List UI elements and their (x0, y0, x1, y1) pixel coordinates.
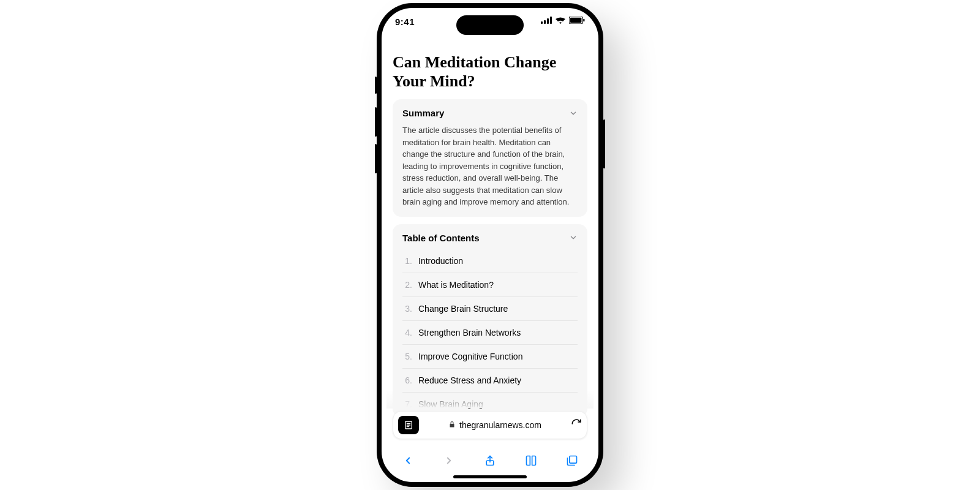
svg-rect-1 (570, 18, 581, 23)
toc-item-number: 4. (402, 328, 412, 337)
toc-item-label: What is Meditation? (418, 280, 494, 290)
safari-toolbar (382, 445, 598, 476)
toc-item-label: Improve Cognitive Function (418, 352, 522, 361)
reader-mode-button[interactable] (398, 416, 419, 434)
wifi-icon (556, 17, 565, 24)
toc-item-number: 6. (402, 375, 412, 385)
toc-item[interactable]: 6.Reduce Stress and Anxiety (402, 368, 578, 392)
chevron-down-icon (569, 233, 578, 242)
reload-button[interactable] (571, 418, 582, 432)
toc-card: Table of Contents 1.Introduction2.What i… (393, 224, 587, 417)
summary-label: Summary (402, 108, 444, 118)
article-title: Can Meditation Change Your Mind? (393, 53, 587, 91)
status-time: 9:41 (395, 17, 415, 27)
toc-item-label: Introduction (418, 256, 463, 266)
dynamic-island (456, 15, 524, 35)
toc-item-number: 2. (402, 280, 412, 290)
toc-item-label: Slow Brain Aging (418, 399, 483, 409)
toc-item-label: Reduce Stress and Anxiety (418, 375, 521, 385)
address-bar[interactable]: thegranularnews.com (393, 411, 587, 439)
mute-switch (375, 77, 377, 94)
toc-item-number: 7. (402, 399, 412, 409)
url-text: thegranularnews.com (459, 420, 541, 430)
screen: 9:41 Can Meditation Change Your Mind? (382, 8, 598, 482)
toc-list: 1.Introduction2.What is Meditation?3.Cha… (402, 249, 578, 416)
toc-item[interactable]: 1.Introduction (402, 249, 578, 273)
volume-up-button (375, 107, 377, 137)
share-button[interactable] (481, 451, 499, 470)
lock-icon (448, 420, 456, 430)
toc-item-label: Strengthen Brain Networks (418, 328, 521, 337)
chevron-down-icon (569, 109, 578, 118)
svg-rect-2 (583, 19, 584, 22)
power-button (603, 119, 605, 168)
summary-text: The article discusses the potential bene… (402, 124, 578, 217)
toc-item[interactable]: 2.What is Meditation? (402, 273, 578, 296)
phone-frame: 9:41 Can Meditation Change Your Mind? (377, 3, 603, 487)
tabs-button[interactable] (563, 451, 581, 470)
toc-item-number: 1. (402, 256, 412, 266)
summary-card: Summary The article discusses the potent… (393, 99, 587, 217)
bookmarks-button[interactable] (522, 451, 540, 470)
toc-header[interactable]: Table of Contents (402, 233, 578, 243)
back-button[interactable] (399, 451, 417, 470)
battery-icon (569, 17, 585, 24)
summary-header[interactable]: Summary (402, 108, 578, 118)
svg-rect-8 (570, 456, 577, 464)
toc-item[interactable]: 4.Strengthen Brain Networks (402, 320, 578, 344)
toc-item-number: 5. (402, 352, 412, 361)
toc-label: Table of Contents (402, 233, 480, 243)
toc-item[interactable]: 3.Change Brain Structure (402, 296, 578, 320)
status-indicators (541, 17, 585, 24)
cellular-icon (541, 17, 552, 24)
url-display[interactable]: thegranularnews.com (425, 420, 565, 430)
stage: { "status": { "time": "9:41" }, "article… (0, 0, 980, 490)
toc-item-number: 3. (402, 304, 412, 314)
forward-button[interactable] (440, 451, 458, 470)
home-indicator[interactable] (453, 475, 527, 478)
toc-item[interactable]: 5.Improve Cognitive Function (402, 344, 578, 368)
volume-down-button (375, 144, 377, 173)
toc-item-label: Change Brain Structure (418, 304, 508, 314)
